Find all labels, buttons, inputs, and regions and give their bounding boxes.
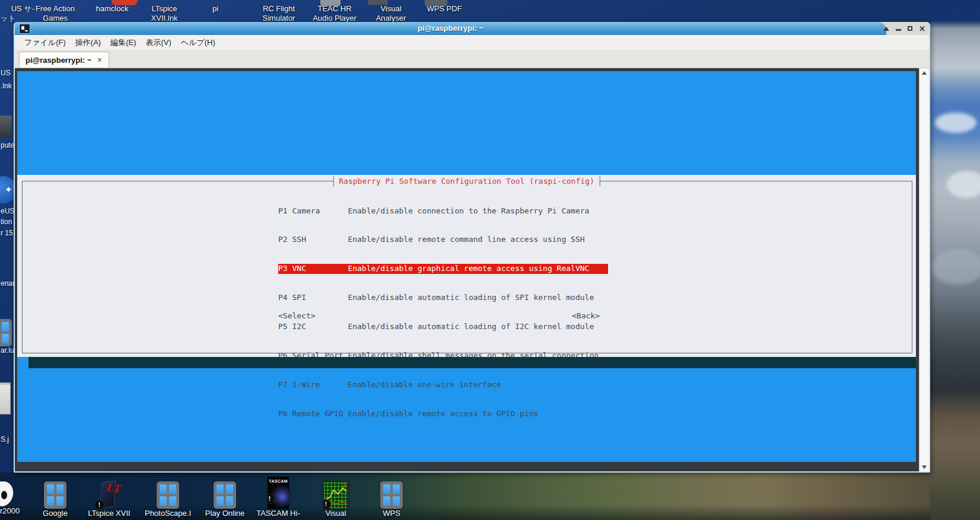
dialog-title: Raspberry Pi Software Configuration Tool…: [333, 176, 600, 186]
left-edge-label: enar: [1, 279, 15, 288]
tab-pi-raspberrypi[interactable]: pi@raspberrypi: ~ ✕: [19, 52, 109, 68]
visual-analyser-icon: !: [323, 481, 348, 509]
menu-item-p3-vnc-selected[interactable]: P3 VNCEnable/disable graphical remote ac…: [278, 264, 608, 273]
menu-file[interactable]: ファイル(F): [20, 36, 70, 49]
menu-item-p8-remote-gpio[interactable]: P8 Remote GPIOEnable/disable remote acce…: [278, 409, 608, 419]
shade-button[interactable]: [883, 25, 889, 32]
tab-close-icon[interactable]: ✕: [97, 56, 102, 64]
desktop-icon-rc-flight-simulator[interactable]: RC Flight Simulator: [250, 4, 307, 23]
left-edge-label: ar.lu: [1, 346, 14, 355]
cloud: [931, 249, 980, 285]
desktop-icon-free-action-games[interactable]: Free Action Games: [27, 4, 84, 23]
left-edge-icon[interactable]: [0, 382, 11, 414]
window-app-icon: [214, 481, 236, 509]
desktop-icon-google[interactable]: Google: [27, 481, 84, 518]
raspi-config-dialog: Raspberry Pi Software Configuration Tool…: [17, 175, 916, 357]
left-edge-label: r 15: [1, 229, 13, 237]
menu-actions[interactable]: 操作(A): [71, 36, 105, 49]
window-titlebar[interactable]: pi@raspberrypi: ~ ✕: [15, 22, 929, 35]
desktop-icon-wps[interactable]: WPS: [363, 481, 420, 518]
menu-item-p1-camera[interactable]: P1 CameraEnable/disable connection to th…: [278, 206, 608, 216]
menu-edit[interactable]: 編集(E): [106, 36, 140, 49]
left-edge-label: S.j: [1, 435, 9, 444]
desktop-icon-tascam-hi[interactable]: TASCAM ! TASCAM Hi-: [250, 477, 307, 518]
tab-bar: pi@raspberrypi: ~ ✕: [15, 50, 929, 68]
cloud: [935, 113, 976, 133]
select-button[interactable]: <Select>: [278, 311, 316, 320]
ltspice-icon: LT !: [97, 480, 121, 509]
window-title: pi@raspberrypi: ~: [15, 22, 886, 35]
menu-view[interactable]: 表示(V): [142, 36, 176, 49]
exclamation-badge: !: [323, 499, 331, 509]
window-app-icon: [157, 481, 179, 509]
r2000-icon: [0, 481, 15, 506]
window-app-icon: [44, 481, 66, 509]
scroll-up-icon[interactable]: [919, 68, 929, 77]
left-edge-icon[interactable]: [0, 319, 12, 346]
close-button[interactable]: ✕: [919, 25, 925, 33]
desktop-icon-wps-pdf[interactable]: WPS PDF: [416, 4, 473, 14]
tascam-icon: TASCAM !: [268, 477, 289, 509]
scrollbar[interactable]: [919, 68, 929, 471]
left-edge-label: US: [1, 69, 11, 77]
maximize-button[interactable]: [908, 25, 912, 32]
menu-help[interactable]: ヘルプ(H): [177, 36, 219, 49]
menu-item-p4-spi[interactable]: P4 SPIEnable/disable automatic loading o…: [278, 293, 608, 302]
desktop-icon-visual[interactable]: ! Visual: [307, 481, 364, 518]
desktop: US サ- ット Free Action Games hamclock LTsp…: [0, 0, 980, 520]
desktop-icon-teac-hr-audio-player[interactable]: TEAC HR Audio Player: [306, 4, 363, 23]
desktop-icon-hamclock[interactable]: hamclock: [84, 4, 141, 14]
scroll-down-icon[interactable]: [919, 462, 929, 471]
left-edge-label: .lnk: [1, 82, 12, 90]
menu-item-p7-1-wire[interactable]: P7 1-WireEnable/disable one-wire interfa…: [278, 380, 608, 390]
menu-item-p2-ssh[interactable]: P2 SSHEnable/disable remote command line…: [278, 235, 608, 244]
terminal-view: Raspberry Pi Software Configuration Tool…: [15, 68, 929, 471]
desktop-icon-play-online[interactable]: Play Online: [196, 481, 253, 518]
raspi-menu: P1 CameraEnable/disable connection to th…: [278, 187, 608, 438]
left-edge-label: pute: [1, 141, 14, 149]
left-edge-label: eUS: [1, 207, 14, 215]
exclamation-badge: !: [94, 500, 104, 510]
menu-bar: ファイル(F) 操作(A) 編集(E) 表示(V) ヘルプ(H): [15, 35, 929, 50]
desktop-icon-photoscape[interactable]: PhotoScape.I: [139, 481, 196, 518]
dialog-shadow: [28, 357, 916, 368]
desktop-icon-visual-analyser[interactable]: Visual Analyser: [362, 4, 419, 23]
left-edge-label: tion: [1, 218, 12, 226]
terminal-window: pi@raspberrypi: ~ ✕ ファイル(F) 操作(A) 編集(E) …: [14, 22, 930, 473]
desktop-icon-ltspice-xvii[interactable]: LT ! LTspice XVII: [81, 480, 138, 518]
terminal-screen[interactable]: Raspberry Pi Software Configuration Tool…: [17, 71, 916, 462]
left-edge-icon[interactable]: [0, 116, 12, 138]
back-button[interactable]: <Back>: [572, 311, 600, 320]
window-app-icon: [380, 481, 403, 509]
desktop-icon-pi[interactable]: pi: [187, 4, 244, 14]
menu-item-p5-i2c[interactable]: P5 I2CEnable/disable automatic loading o…: [278, 322, 608, 331]
minimize-button[interactable]: [896, 25, 901, 32]
desktop-icon-ltspice-lnk[interactable]: LTspice XVII.lnk: [136, 4, 193, 23]
